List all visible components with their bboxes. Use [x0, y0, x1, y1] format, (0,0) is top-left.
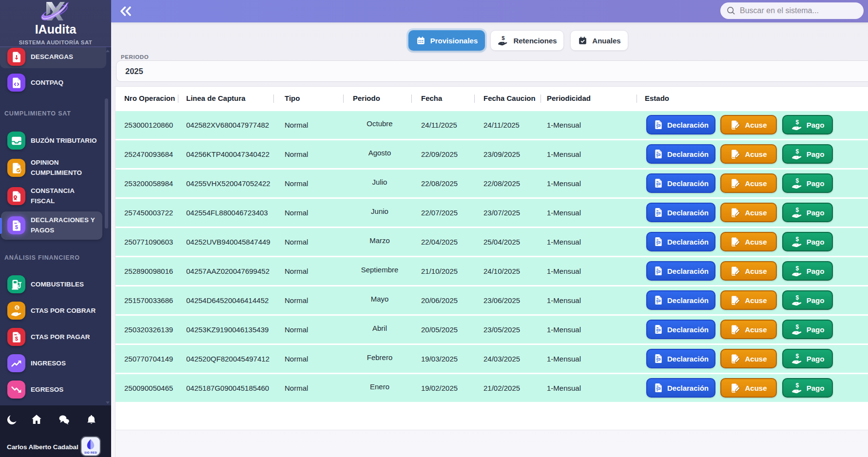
svg-text:$: $	[795, 294, 799, 301]
svg-text:$: $	[795, 148, 799, 155]
svg-text:$: $	[795, 382, 799, 389]
svg-text:$: $	[795, 353, 799, 360]
svg-text:$: $	[795, 324, 799, 330]
svg-text:$: $	[795, 119, 799, 126]
svg-text:$: $	[15, 336, 18, 342]
svg-text:$: $	[795, 177, 799, 184]
svg-text:$: $	[15, 224, 18, 230]
svg-text:$: $	[795, 236, 799, 243]
svg-text:$: $	[16, 305, 19, 310]
svg-text:$: $	[795, 265, 799, 272]
svg-text:$: $	[795, 207, 799, 213]
svg-text:SIO RED: SIO RED	[84, 451, 97, 454]
svg-text:$: $	[502, 35, 505, 41]
